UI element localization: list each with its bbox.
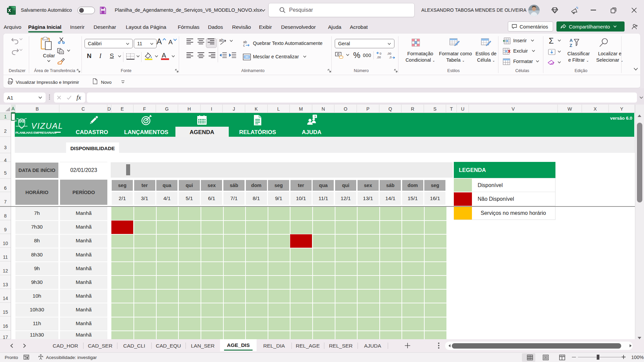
svg-text:,00: ,00 [377,56,381,59]
svg-text:,0: ,0 [389,56,392,59]
svg-text:ab: ab [219,38,224,43]
svg-text:0: 0 [380,52,381,55]
svg-text:,00: ,00 [387,52,391,55]
svg-text:A: A [570,38,573,43]
svg-text:VIZUAL: VIZUAL [31,121,63,130]
svg-text:Z: Z [570,43,572,48]
svg-text:c: c [243,44,245,47]
svg-text:?: ? [314,115,316,118]
